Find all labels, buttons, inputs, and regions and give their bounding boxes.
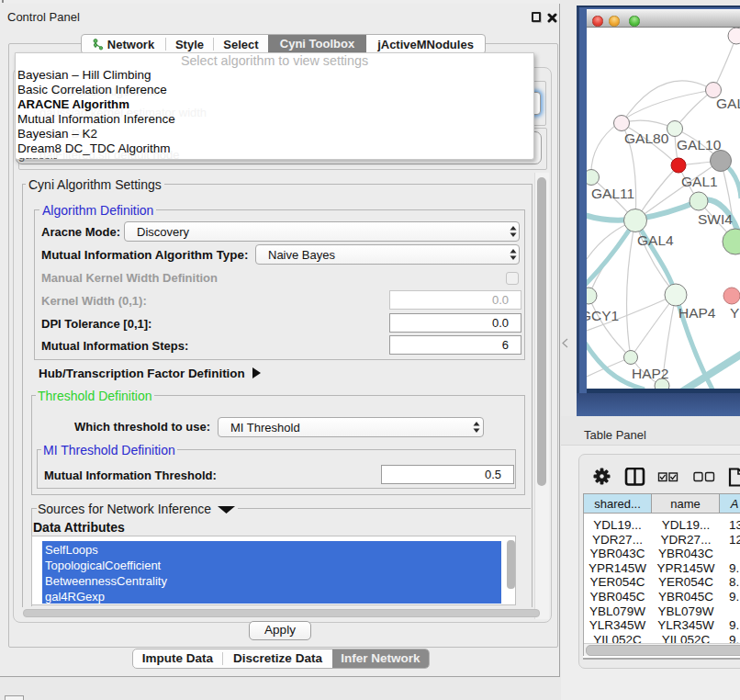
svg-text:Y: Y	[730, 305, 739, 321]
svg-text:GAL2: GAL2	[716, 96, 740, 111]
svg-text:GAL4: GAL4	[637, 232, 674, 248]
svg-text:HAP4: HAP4	[678, 305, 716, 321]
svg-text:HAP2: HAP2	[632, 366, 669, 381]
svg-text:GAL11: GAL11	[591, 186, 634, 201]
svg-text:GAL1: GAL1	[681, 174, 718, 189]
svg-text:GAL10: GAL10	[677, 137, 722, 152]
svg-text:GCY1: GCY1	[587, 308, 619, 323]
svg-text:SWI4: SWI4	[698, 211, 733, 227]
svg-text:GAL80: GAL80	[624, 130, 669, 146]
